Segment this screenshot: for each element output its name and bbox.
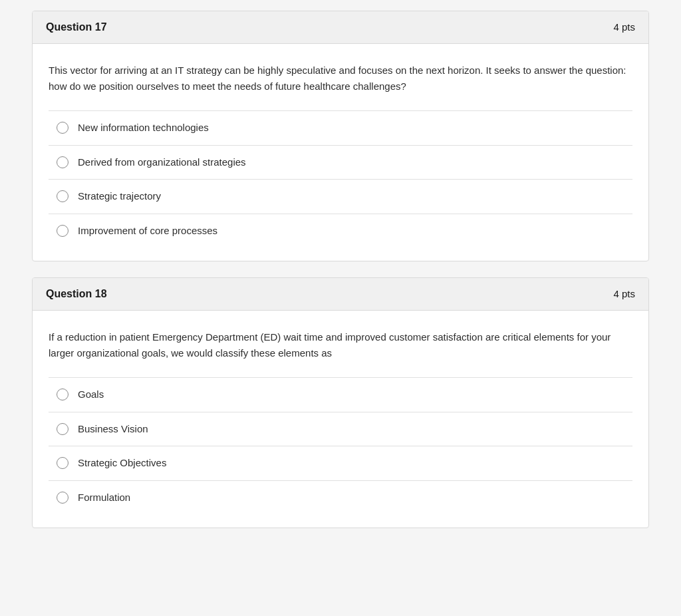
question-header-q17: Question 174 pts [33,11,648,44]
option-label-q17-0: New information technologies [78,120,209,136]
option-label-q17-1: Derived from organizational strategies [78,155,246,170]
question-title-q17: Question 17 [46,19,107,35]
option-item-q17-1[interactable]: Derived from organizational strategies [49,146,632,180]
option-label-q18-0: Goals [78,387,104,402]
option-label-q18-3: Formulation [78,490,130,506]
question-pts-q18: 4 pts [613,287,635,302]
option-item-q17-3[interactable]: Improvement of core processes [49,214,632,248]
option-label-q17-3: Improvement of core processes [78,224,217,239]
question-card-q17: Question 174 ptsThis vector for arriving… [32,11,649,261]
options-list-q18: GoalsBusiness VisionStrategic Objectives… [49,377,632,514]
radio-circle-q18-1[interactable] [57,423,68,435]
option-item-q17-2[interactable]: Strategic trajectory [49,180,632,214]
options-list-q17: New information technologiesDerived from… [49,110,632,247]
radio-circle-q17-3[interactable] [57,225,68,237]
question-text-q17: This vector for arriving at an IT strate… [49,63,632,94]
option-label-q18-2: Strategic Objectives [78,456,166,471]
question-title-q18: Question 18 [46,286,107,302]
question-pts-q17: 4 pts [613,20,635,35]
option-item-q18-2[interactable]: Strategic Objectives [49,446,632,481]
page-container: Question 174 ptsThis vector for arriving… [21,0,660,555]
option-item-q18-0[interactable]: Goals [49,378,632,412]
radio-circle-q17-1[interactable] [57,156,68,168]
option-item-q18-3[interactable]: Formulation [49,481,632,515]
question-header-q18: Question 184 pts [33,278,648,311]
radio-circle-q18-2[interactable] [57,457,68,469]
question-body-q18: If a reduction in patient Emergency Depa… [33,311,648,528]
option-item-q17-0[interactable]: New information technologies [49,111,632,146]
option-label-q18-1: Business Vision [78,422,148,437]
question-body-q17: This vector for arriving at an IT strate… [33,44,648,261]
radio-circle-q17-2[interactable] [57,190,68,202]
question-text-q18: If a reduction in patient Emergency Depa… [49,329,632,361]
option-label-q17-2: Strategic trajectory [78,189,161,204]
radio-circle-q17-0[interactable] [57,122,68,134]
question-card-q18: Question 184 ptsIf a reduction in patien… [32,277,649,528]
option-item-q18-1[interactable]: Business Vision [49,412,632,447]
radio-circle-q18-3[interactable] [57,492,68,504]
radio-circle-q18-0[interactable] [57,388,68,400]
